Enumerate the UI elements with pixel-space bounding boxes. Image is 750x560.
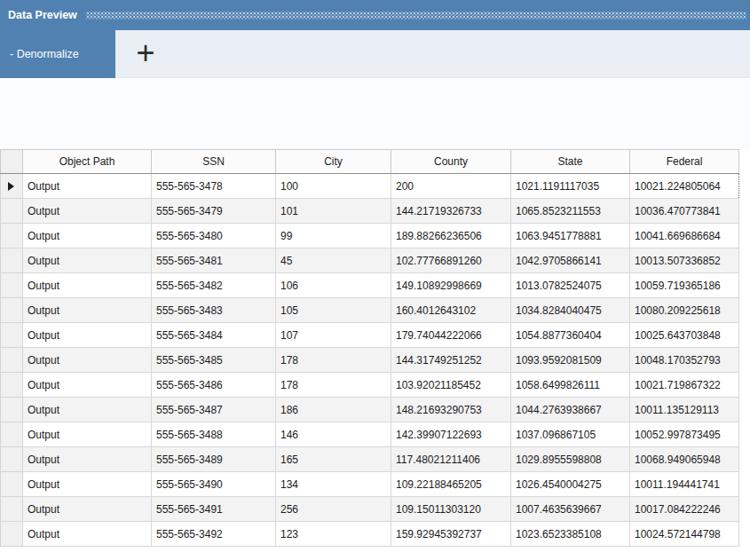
cell-county[interactable]: 160.4012643102: [391, 298, 511, 323]
cell-ssn[interactable]: 555-565-3486: [152, 373, 276, 398]
cell-county[interactable]: 117.48021211406: [391, 447, 511, 472]
cell-state[interactable]: 1029.8955598808: [511, 447, 630, 472]
cell-object-path[interactable]: Output: [23, 273, 152, 298]
cell-ssn[interactable]: 555-565-3478: [152, 174, 276, 199]
cell-federal[interactable]: 10013.507336852: [630, 248, 739, 273]
row-selector[interactable]: [1, 323, 23, 348]
cell-state[interactable]: 1044.2763938667: [511, 398, 630, 422]
cell-state[interactable]: 1013.0782524075: [511, 273, 630, 298]
cell-county[interactable]: 144.21719326733: [391, 199, 511, 224]
column-header-county[interactable]: County: [391, 150, 511, 174]
cell-federal[interactable]: 10080.209225618: [630, 298, 739, 323]
cell-city[interactable]: 178: [276, 373, 391, 398]
cell-county[interactable]: 200: [391, 174, 511, 199]
cell-ssn[interactable]: 555-565-3490: [152, 472, 276, 497]
cell-city[interactable]: 146: [276, 422, 391, 447]
cell-city[interactable]: 107: [276, 323, 391, 348]
cell-county[interactable]: 189.88266236506: [391, 224, 511, 248]
cell-ssn[interactable]: 555-565-3491: [152, 497, 276, 522]
cell-federal[interactable]: 10021.719867322: [630, 373, 739, 398]
column-header-federal[interactable]: Federal: [630, 150, 739, 174]
cell-ssn[interactable]: 555-565-3481: [152, 248, 276, 273]
cell-ssn[interactable]: 555-565-3492: [152, 522, 276, 547]
cell-federal[interactable]: 10048.170352793: [630, 348, 739, 373]
cell-city[interactable]: 99: [276, 224, 391, 248]
cell-object-path[interactable]: Output: [23, 323, 152, 348]
row-selector[interactable]: [1, 174, 23, 199]
column-header-state[interactable]: State: [511, 150, 630, 174]
row-selector[interactable]: [1, 522, 23, 547]
cell-city[interactable]: 178: [276, 348, 391, 373]
cell-city[interactable]: 165: [276, 447, 391, 472]
row-selector[interactable]: [1, 497, 23, 522]
cell-federal[interactable]: 10011.194441741: [630, 472, 739, 497]
cell-city[interactable]: 105: [276, 298, 391, 323]
cell-county[interactable]: 149.10892998669: [391, 273, 511, 298]
cell-city[interactable]: 123: [276, 522, 391, 547]
row-selector[interactable]: [1, 447, 23, 472]
row-selector[interactable]: [1, 199, 23, 224]
cell-federal[interactable]: 10024.572144798: [630, 522, 739, 547]
row-selector[interactable]: [1, 248, 23, 273]
tab-denormalize[interactable]: - Denormalize: [0, 30, 115, 78]
cell-object-path[interactable]: Output: [23, 472, 152, 497]
cell-city[interactable]: 101: [276, 199, 391, 224]
cell-object-path[interactable]: Output: [23, 398, 152, 422]
cell-federal[interactable]: 10052.997873495: [630, 422, 739, 447]
cell-county[interactable]: 109.22188465205: [391, 472, 511, 497]
cell-object-path[interactable]: Output: [23, 224, 152, 248]
column-header-object-path[interactable]: Object Path: [23, 150, 152, 174]
cell-county[interactable]: 159.92945392737: [391, 522, 511, 547]
cell-federal[interactable]: 10021.224805064: [630, 174, 739, 199]
cell-state[interactable]: 1054.8877360404: [511, 323, 630, 348]
cell-city[interactable]: 45: [276, 248, 391, 273]
cell-object-path[interactable]: Output: [23, 447, 152, 472]
row-selector[interactable]: [1, 298, 23, 323]
cell-federal[interactable]: 10025.643703848: [630, 323, 739, 348]
cell-object-path[interactable]: Output: [23, 497, 152, 522]
cell-ssn[interactable]: 555-565-3482: [152, 273, 276, 298]
cell-state[interactable]: 1058.6499826111: [511, 373, 630, 398]
column-header-ssn[interactable]: SSN: [152, 150, 276, 174]
cell-federal[interactable]: 10017.084222246: [630, 497, 739, 522]
cell-county[interactable]: 103.92021185452: [391, 373, 511, 398]
row-selector[interactable]: [1, 224, 23, 248]
cell-ssn[interactable]: 555-565-3488: [152, 422, 276, 447]
cell-object-path[interactable]: Output: [23, 248, 152, 273]
cell-object-path[interactable]: Output: [23, 522, 152, 547]
cell-state[interactable]: 1037.096867105: [511, 422, 630, 447]
cell-county[interactable]: 144.31749251252: [391, 348, 511, 373]
cell-ssn[interactable]: 555-565-3489: [152, 447, 276, 472]
cell-ssn[interactable]: 555-565-3479: [152, 199, 276, 224]
cell-city[interactable]: 100: [276, 174, 391, 199]
cell-object-path[interactable]: Output: [23, 373, 152, 398]
cell-object-path[interactable]: Output: [23, 174, 152, 199]
cell-city[interactable]: 106: [276, 273, 391, 298]
cell-county[interactable]: 148.21693290753: [391, 398, 511, 422]
cell-ssn[interactable]: 555-565-3485: [152, 348, 276, 373]
row-selector[interactable]: [1, 422, 23, 447]
cell-ssn[interactable]: 555-565-3487: [152, 398, 276, 422]
cell-state[interactable]: 1007.4635639667: [511, 497, 630, 522]
select-all-corner[interactable]: [1, 150, 23, 174]
cell-state[interactable]: 1023.6523385108: [511, 522, 630, 547]
cell-federal[interactable]: 10068.949065948: [630, 447, 739, 472]
row-selector[interactable]: [1, 472, 23, 497]
cell-object-path[interactable]: Output: [23, 199, 152, 224]
cell-state[interactable]: 1065.8523211553: [511, 199, 630, 224]
add-tab-button[interactable]: +: [115, 30, 176, 78]
row-selector[interactable]: [1, 348, 23, 373]
cell-ssn[interactable]: 555-565-3480: [152, 224, 276, 248]
cell-county[interactable]: 109.15011303120: [391, 497, 511, 522]
cell-state[interactable]: 1021.1191117035: [511, 174, 630, 199]
row-selector[interactable]: [1, 373, 23, 398]
cell-federal[interactable]: 10059.719365186: [630, 273, 739, 298]
cell-state[interactable]: 1063.9451778881: [511, 224, 630, 248]
cell-ssn[interactable]: 555-565-3484: [152, 323, 276, 348]
cell-city[interactable]: 134: [276, 472, 391, 497]
drag-grip-pattern[interactable]: [86, 12, 746, 20]
cell-state[interactable]: 1042.9705866141: [511, 248, 630, 273]
cell-state[interactable]: 1034.8284040475: [511, 298, 630, 323]
row-selector[interactable]: [1, 398, 23, 422]
row-selector[interactable]: [1, 273, 23, 298]
